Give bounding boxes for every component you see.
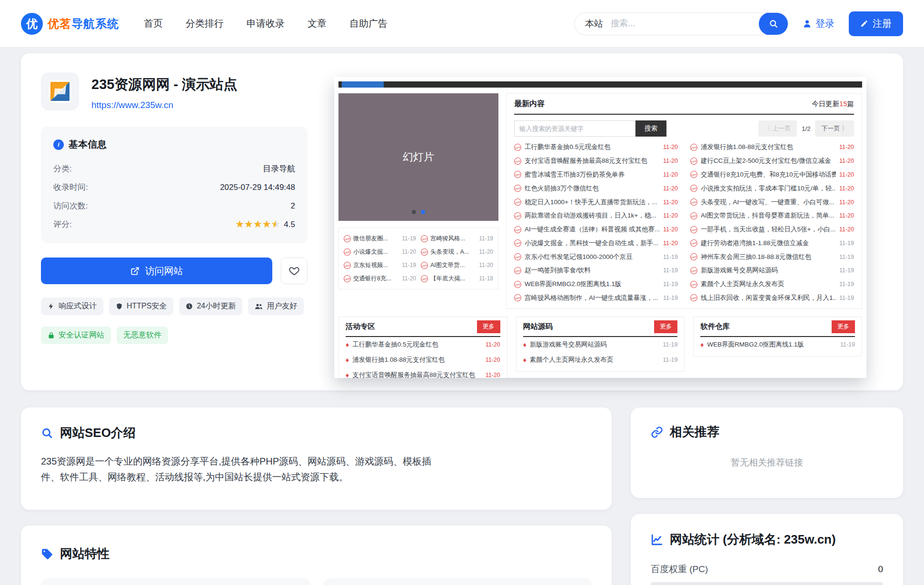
list-item[interactable]: ♦ 工行鹏华基金抽0.5元现金红包 11-20 xyxy=(346,337,500,352)
hot-icon: new xyxy=(421,248,428,256)
new-icon: new xyxy=(514,211,522,220)
list-item[interactable]: new 稳定日入1000+！快手无人直播带货新玩法，... 11-20 xyxy=(514,195,678,209)
list-item[interactable]: new 线上旧衣回收，闲置变黄金环保又利民，月入1... 11-19 xyxy=(690,291,854,305)
list-item[interactable]: new WEB界面RMBG2.0抠图离线1.1版 11-19 xyxy=(514,278,678,291)
list-item[interactable]: new 交通银行8充10元电费、和8充10元中国移动话费 11-20 xyxy=(690,168,854,182)
link-icon xyxy=(651,426,663,438)
new-icon: new xyxy=(690,170,698,179)
mini-list-item: new 宫崎骏风格... 11-19 xyxy=(421,232,493,245)
list-item[interactable]: new 红色火箭抽3万个微信红包 11-20 xyxy=(514,181,678,195)
list-item[interactable]: new 建行劳动者港湾抽1-1.88元微信立减金 11-19 xyxy=(690,236,854,250)
new-icon: new xyxy=(690,184,698,193)
feature-card: ✓ 界面简洁 xyxy=(41,578,310,585)
search-input[interactable] xyxy=(611,19,759,29)
navbar: 优 优茗导航系统 首页分类排行申请收录文章自助广告 本站 登录 注册 xyxy=(0,0,924,48)
source-panel: 网站源码 更多 ♦ 新版游戏账号交易网站源码 11-19 xyxy=(516,317,685,372)
brand-logo[interactable]: 优 优茗导航系统 xyxy=(21,13,119,35)
info-row-category: 分类: 目录导航 xyxy=(53,159,295,178)
list-item[interactable]: new 支付宝语音唤醒服务抽最高88元支付宝红包 11-20 xyxy=(514,154,678,168)
gem-icon: ♦ xyxy=(523,341,527,348)
mini-list-item: new 微信朋友圈... 11-19 xyxy=(344,232,416,245)
list-item[interactable]: new 工行鹏华基金抽0.5元现金红包 11-20 xyxy=(514,140,678,154)
nav-menu-item[interactable]: 首页 xyxy=(144,17,163,30)
list-item[interactable]: new 两款靠谱全自动游戏搬砖项目，日入1k+，稳... 11-20 xyxy=(514,209,678,223)
mini-list-item: new 小说爆文掘... 11-20 xyxy=(344,245,416,258)
stats-rows: 百度权重 (PC) 0 预计来路 0 ~ 0 xyxy=(651,563,883,585)
feature-tag: 用户友好 xyxy=(248,297,304,315)
preview-search-input[interactable] xyxy=(514,120,636,137)
slideshow-dot xyxy=(412,210,416,214)
source-panel-title: 网站源码 xyxy=(523,322,553,332)
site-screenshot-preview[interactable]: 幻灯片 new 微信朋友圈... xyxy=(334,77,866,378)
list-item[interactable]: new 头条变现，AI一键改写、一键查重、小白可做... 11-20 xyxy=(690,195,854,209)
preview-search-button[interactable]: 搜索 xyxy=(636,120,666,137)
brand-logo-icon: 优 xyxy=(21,13,43,35)
site-url-link[interactable]: https://www.235w.cn xyxy=(91,100,173,110)
new-icon: new xyxy=(514,239,522,248)
seo-title: 网站SEO介绍 xyxy=(60,425,136,441)
nav-menu-item[interactable]: 文章 xyxy=(308,17,327,30)
software-panel-title: 软件仓库 xyxy=(700,322,730,332)
hot-icon: new xyxy=(344,261,351,269)
new-icon: new xyxy=(690,253,698,261)
info-row-visits: 访问次数: 2 xyxy=(53,197,295,215)
list-item[interactable]: ♦ 素颜个人主页网址永久发布页 11-19 xyxy=(523,352,678,367)
z-logo-icon xyxy=(48,79,72,104)
related-empty-text: 暂无相关推荐链接 xyxy=(651,456,883,469)
new-icon: new xyxy=(514,198,522,207)
gem-icon: ♦ xyxy=(346,372,349,378)
visit-site-button[interactable]: 访问网站 xyxy=(41,258,272,284)
list-item[interactable]: ♦ WEB界面RMBG2.0抠图离线1.1版 11-19 xyxy=(700,337,855,352)
hot-icon: new xyxy=(421,234,428,243)
nav-menu-item[interactable]: 自助广告 xyxy=(349,17,387,30)
list-item[interactable]: new 素颜个人主页网址永久发布页 11-19 xyxy=(690,278,854,291)
mini-list-item: new 【年底大揭... 11-18 xyxy=(421,272,493,285)
nav-menu-item[interactable]: 分类排行 xyxy=(186,17,224,30)
list-item[interactable]: new 神州车友会周三抽0.18-88.8元微信红包 11-19 xyxy=(690,250,854,264)
activity-panel-title: 活动专区 xyxy=(346,322,375,332)
list-item[interactable]: new 一部手机，当天出收益，轻松日入5张+，小白... 11-20 xyxy=(690,223,854,237)
list-item[interactable]: new 小说推文实拍玩法，零成本零门槛10元/单，轻... 11-20 xyxy=(690,181,854,195)
nav-menu-item[interactable]: 申请收录 xyxy=(247,17,285,30)
related-section: 相关推荐 暂无相关推荐链接 xyxy=(631,407,903,498)
new-icon: new xyxy=(690,225,698,234)
more-button[interactable]: 更多 xyxy=(654,320,677,333)
list-item[interactable]: new 赵一鸣签到抽零食/饮料 11-19 xyxy=(514,264,678,278)
software-panel: 软件仓库 更多 ♦ WEB界面RMBG2.0抠图离线1.1版 11-19 xyxy=(693,317,862,357)
more-button[interactable]: 更多 xyxy=(832,320,855,333)
mini-list-item: new 头条变现，A... 11-20 xyxy=(421,245,493,258)
list-item[interactable]: new 小说爆文掘金，黑科技一键全自动生成，新手... 11-20 xyxy=(514,236,678,250)
safety-tags: 安全认证网站 无恶意软件 xyxy=(41,327,308,344)
new-icon: new xyxy=(514,294,522,302)
list-item[interactable]: ♦ 支付宝语音唤醒服务抽最高88元支付宝红包 11-20 xyxy=(346,367,500,378)
list-item[interactable]: new 宫崎骏风格动画制作，AI一键生成流量暴涨，... 11-19 xyxy=(514,291,678,305)
new-icon: new xyxy=(690,198,698,207)
list-item[interactable]: new 建行CC豆上架2-500元支付宝红包/微信立减金 11-20 xyxy=(690,154,854,168)
safety-tag: 无恶意软件 xyxy=(117,327,168,344)
list-item[interactable]: new AI一键生成全赛道（法律）科普视频 或其他赛... 11-20 xyxy=(514,223,678,237)
activity-panel: 活动专区 更多 ♦ 工行鹏华基金抽0.5元现金红包 11-20 xyxy=(338,317,507,378)
register-button[interactable]: 注册 xyxy=(849,11,903,36)
list-item[interactable]: ♦ 浦发银行抽1.08-88元支付宝红包 11-20 xyxy=(346,352,500,367)
login-link[interactable]: 登录 xyxy=(803,17,835,30)
list-item[interactable]: new 新版游戏账号交易网站源码 11-19 xyxy=(690,264,854,278)
search-button[interactable] xyxy=(759,12,788,35)
list-item[interactable]: new 蜜雪冰城雪王币抽3万份奶茶免单券 11-20 xyxy=(514,168,678,182)
new-icon: new xyxy=(514,267,522,275)
prev-page-button[interactable]: 〈 上一页 xyxy=(758,120,797,137)
heart-icon xyxy=(289,266,299,276)
list-item[interactable]: ♦ 新版游戏账号交易网站源码 11-19 xyxy=(523,337,678,352)
page-indicator: 1/2 xyxy=(802,125,810,132)
favorite-button[interactable] xyxy=(281,258,308,284)
tag-icon xyxy=(116,303,123,310)
list-item[interactable]: new 浦发银行抽1.08-88元支付宝红包 11-20 xyxy=(690,140,854,154)
seo-description: 235资源网是一个专业的网络资源分享平台,提供各种PHP源码、网站源码、游戏源码… xyxy=(41,454,436,485)
list-item[interactable]: new 京东小红书发笔记领1000-2000个京豆 11-19 xyxy=(514,250,678,264)
more-button[interactable]: 更多 xyxy=(477,320,500,333)
next-page-button[interactable]: 下一页 〉 xyxy=(815,120,854,137)
list-item[interactable]: new AI图文带货玩法，抖音母婴赛道新玩法，简单... 11-20 xyxy=(690,209,854,223)
today-update-badge: 今日更新15篇 xyxy=(812,99,854,109)
feature-tags: 响应式设计 HTTPS安全 24小时更新 用户友好 xyxy=(41,297,308,315)
main-menu: 首页分类排行申请收录文章自助广告 xyxy=(144,17,387,30)
search-scope-select[interactable]: 本站 xyxy=(575,18,611,30)
